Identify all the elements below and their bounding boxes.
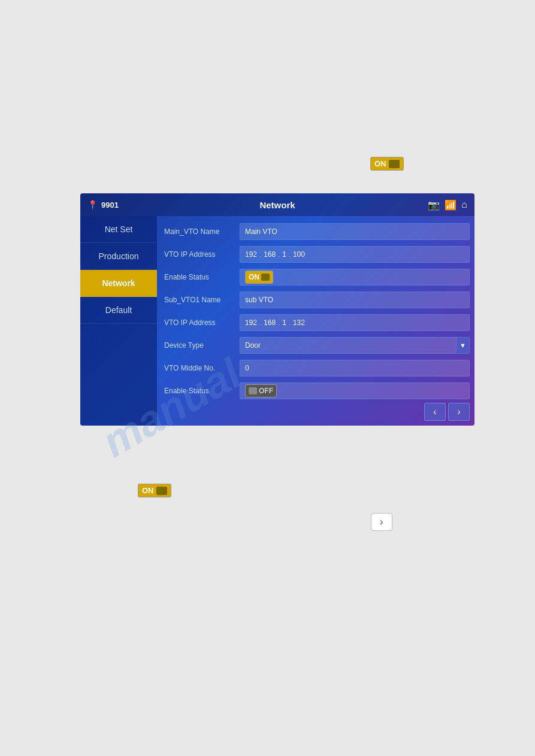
- enable-status-2-value: OFF: [240, 382, 470, 399]
- vto-middle-no-value[interactable]: 0: [240, 360, 470, 377]
- sub-vto-ip-label: VTO IP Address: [162, 318, 240, 327]
- device-panel: 📍 9901 Network 📷 📶 ⌂ Net Set Production …: [80, 193, 474, 426]
- enable-status-1-label: Enable Status: [162, 273, 240, 281]
- main-vto-name-row: Main_VTO Name Main VTO: [162, 222, 470, 241]
- on-text-top: ON: [374, 159, 386, 168]
- vto-middle-no-row: VTO Middle No. 0: [162, 359, 470, 378]
- vto-middle-no-label: VTO Middle No.: [162, 364, 240, 372]
- location-icon: 📍: [87, 200, 98, 210]
- panel-header: 📍 9901 Network 📷 📶 ⌂: [80, 193, 474, 216]
- panel-title: Network: [259, 200, 295, 210]
- main-vto-ip-value[interactable]: 192 . 168 . 1 . 100: [240, 246, 470, 263]
- sub-vto-ip-value[interactable]: 192 . 168 . 1 . 132: [240, 314, 470, 331]
- sidebar: Net Set Production Network Default: [80, 216, 157, 426]
- sidebar-item-network[interactable]: Network: [80, 270, 157, 297]
- toggle-off-box-2: [249, 387, 257, 394]
- home-icon[interactable]: ⌂: [461, 199, 467, 210]
- sidebar-item-net-set[interactable]: Net Set: [80, 216, 157, 243]
- device-type-value[interactable]: Door: [240, 337, 457, 354]
- panel-title-area: 📍 9901: [87, 200, 119, 210]
- main-vto-name-value[interactable]: Main VTO: [240, 223, 470, 240]
- enable-status-1-row: Enable Status ON: [162, 268, 470, 287]
- toggle-on-text-1: ON: [249, 273, 259, 281]
- floating-next-button[interactable]: ›: [371, 513, 392, 531]
- prev-page-button[interactable]: ‹: [424, 403, 446, 421]
- sub-vto1-name-label: Sub_VTO1 Name: [162, 296, 240, 304]
- wifi-icon[interactable]: 📶: [445, 199, 457, 211]
- main-vto-name-label: Main_VTO Name: [162, 227, 240, 236]
- enable-status-1-value: ON: [240, 269, 470, 286]
- content-area: Main_VTO Name Main VTO VTO IP Address 19…: [157, 216, 474, 426]
- camera-icon[interactable]: 📷: [428, 199, 440, 211]
- floating-on-toggle-bottom[interactable]: ON: [138, 484, 171, 497]
- enable-status-2-label: Enable Status: [162, 387, 240, 395]
- next-page-button[interactable]: ›: [448, 403, 470, 421]
- next-arrow-button[interactable]: ›: [371, 513, 392, 531]
- sub-vto1-name-row: Sub_VTO1 Name sub VTO: [162, 290, 470, 309]
- enable-status-1-toggle[interactable]: ON: [245, 271, 273, 284]
- toggle-on-box-1: [261, 274, 270, 281]
- main-vto-ip-row: VTO IP Address 192 . 168 . 1 . 100: [162, 245, 470, 264]
- main-vto-ip-label: VTO IP Address: [162, 250, 240, 259]
- toggle-off-text-2: OFF: [259, 387, 273, 395]
- sidebar-item-production[interactable]: Production: [80, 243, 157, 270]
- enable-status-2-toggle[interactable]: OFF: [245, 384, 277, 397]
- device-type-with-arrow: Door ▼: [240, 337, 470, 354]
- sub-vto1-name-value[interactable]: sub VTO: [240, 292, 470, 308]
- toggle-box-bottom: [156, 487, 167, 495]
- panel-body: Net Set Production Network Default Main_…: [80, 216, 474, 426]
- panel-icons: 📷 📶 ⌂: [428, 199, 467, 211]
- pagination-area: ‹ ›: [424, 403, 470, 421]
- enable-status-2-row: Enable Status OFF: [162, 381, 470, 400]
- device-type-label: Device Type: [162, 341, 240, 350]
- on-text-bottom: ON: [142, 486, 154, 495]
- panel-id: 9901: [101, 201, 119, 210]
- floating-on-toggle-top[interactable]: ON: [370, 157, 404, 171]
- toggle-box-top: [389, 160, 400, 168]
- sub-vto-ip-row: VTO IP Address 192 . 168 . 1 . 132: [162, 313, 470, 332]
- sidebar-item-default[interactable]: Default: [80, 297, 157, 324]
- device-type-dropdown-arrow[interactable]: ▼: [457, 337, 470, 354]
- device-type-row: Device Type Door ▼: [162, 336, 470, 355]
